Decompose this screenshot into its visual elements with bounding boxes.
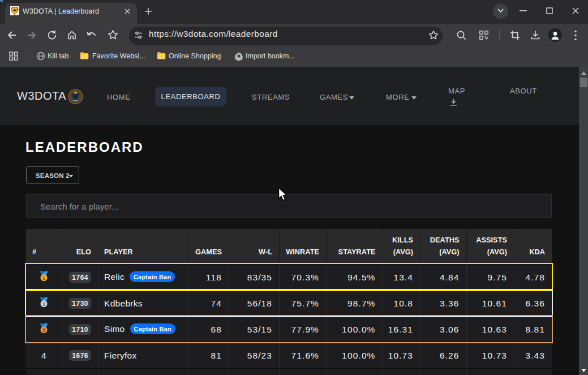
svg-text:2: 2 <box>42 301 45 306</box>
svg-text:3: 3 <box>42 327 45 333</box>
svg-text:1: 1 <box>42 275 45 280</box>
